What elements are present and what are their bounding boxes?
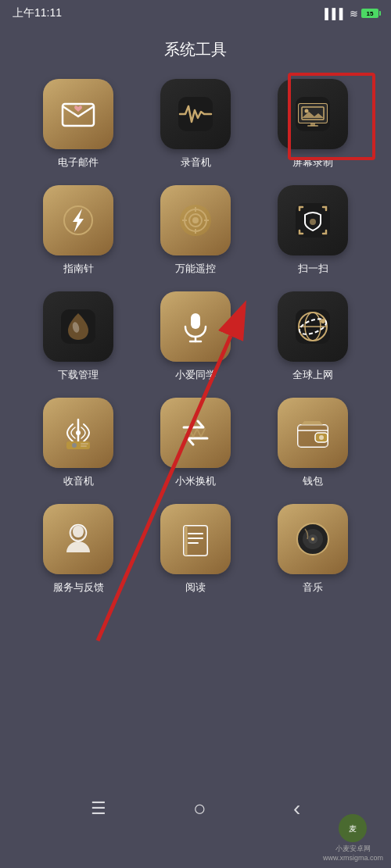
app-icon-music xyxy=(278,504,348,574)
status-icons: ▌▌▌ ≋ 15 xyxy=(325,8,378,20)
app-item-compass[interactable]: 指南针 xyxy=(23,185,133,276)
app-icon-radio xyxy=(43,398,113,468)
app-grid: 电子邮件 录音机 xyxy=(0,79,391,595)
app-icon-remote xyxy=(160,185,231,255)
download-svg-icon xyxy=(59,307,98,346)
app-item-download[interactable]: 下载管理 xyxy=(23,291,133,382)
app-label-remote: 万能遥控 xyxy=(175,262,216,276)
app-label-compass: 指南针 xyxy=(63,262,94,276)
exchange-svg-icon xyxy=(176,413,215,452)
app-item-service[interactable]: 服务与反馈 xyxy=(23,504,133,595)
app-label-service: 服务与反馈 xyxy=(53,580,104,595)
app-label-scan: 扫一扫 xyxy=(298,262,328,276)
nav-menu-icon[interactable]: ☰ xyxy=(91,798,106,819)
app-label-global: 全球上网 xyxy=(292,368,333,382)
app-item-scan[interactable]: 扫一扫 xyxy=(258,185,368,276)
scan-svg-icon xyxy=(293,201,332,240)
watermark-url: www.xmsigma.com xyxy=(323,854,383,862)
svg-point-20 xyxy=(310,219,316,225)
watermark-logo: 麦 xyxy=(337,813,368,844)
app-icon-email xyxy=(43,79,113,149)
app-icon-read xyxy=(160,504,231,574)
app-label-download: 下载管理 xyxy=(58,368,99,382)
page-title: 系统工具 xyxy=(0,39,391,60)
svg-point-14 xyxy=(192,217,199,223)
watermark: 麦 小麦安卓网 www.xmsigma.com xyxy=(323,813,383,862)
svg-point-33 xyxy=(76,430,81,435)
svg-point-41 xyxy=(319,435,324,440)
app-label-screen: 屏幕录制 xyxy=(292,155,333,170)
email-svg-icon xyxy=(59,95,98,134)
svg-point-35 xyxy=(72,443,77,448)
radio-svg-icon xyxy=(59,413,98,452)
app-item-recorder[interactable]: 录音机 xyxy=(141,79,250,170)
app-label-radio: 收音机 xyxy=(63,474,94,488)
app-label-exchange: 小米换机 xyxy=(175,474,216,488)
nav-back-icon[interactable]: ‹ xyxy=(293,796,300,821)
music-svg-icon xyxy=(293,520,332,559)
time: 上午11:11 xyxy=(13,6,62,20)
app-icon-exchange xyxy=(160,398,231,468)
app-item-radio[interactable]: 收音机 xyxy=(23,398,133,488)
svg-rect-34 xyxy=(66,441,90,449)
app-item-exchange[interactable]: 小米换机 xyxy=(141,398,250,488)
app-item-xiaoai[interactable]: 小爱同学 xyxy=(141,291,250,382)
app-icon-xiaoai xyxy=(160,291,231,362)
app-label-wallet: 钱包 xyxy=(303,474,323,488)
app-item-wallet[interactable]: 钱包 xyxy=(258,398,368,488)
wifi-icon: ≋ xyxy=(350,8,358,20)
app-item-remote[interactable]: 万能遥控 xyxy=(141,185,250,276)
app-label-music: 音乐 xyxy=(303,580,323,595)
screen-svg-icon xyxy=(293,95,332,134)
app-label-recorder: 录音机 xyxy=(181,155,211,170)
watermark-sitename: 小麦安卓网 xyxy=(335,844,371,854)
app-item-music[interactable]: 音乐 xyxy=(258,504,368,595)
app-icon-global xyxy=(278,291,348,362)
read-svg-icon xyxy=(176,520,215,559)
app-item-global[interactable]: 全球上网 xyxy=(258,291,368,382)
app-icon-recorder xyxy=(160,79,231,149)
app-icon-service xyxy=(43,504,113,574)
app-item-read[interactable]: 阅读 xyxy=(141,504,250,595)
app-label-email: 电子邮件 xyxy=(58,155,99,170)
svg-rect-37 xyxy=(81,445,87,447)
status-bar: 上午11:11 ▌▌▌ ≋ 15 xyxy=(0,0,391,23)
svg-rect-8 xyxy=(307,125,318,127)
app-label-read: 阅读 xyxy=(185,580,206,595)
compass-svg-icon xyxy=(59,201,98,240)
app-label-xiaoai: 小爱同学 xyxy=(175,368,216,382)
global-svg-icon xyxy=(293,307,332,346)
svg-point-53 xyxy=(311,538,314,541)
app-icon-wallet xyxy=(278,398,348,468)
svg-point-31 xyxy=(321,319,325,323)
nav-home-icon[interactable]: ○ xyxy=(193,796,206,821)
app-icon-download xyxy=(43,291,113,362)
app-item-email[interactable]: 电子邮件 xyxy=(23,79,133,170)
svg-text:麦: 麦 xyxy=(349,824,357,833)
svg-rect-23 xyxy=(191,313,200,329)
service-svg-icon xyxy=(59,520,98,559)
app-icon-compass xyxy=(43,185,113,255)
svg-rect-36 xyxy=(81,443,88,445)
svg-point-6 xyxy=(305,109,309,113)
app-icon-screen xyxy=(278,79,348,149)
wallet-svg-icon xyxy=(293,413,332,452)
app-icon-scan xyxy=(278,185,348,255)
signal-icon: ▌▌▌ xyxy=(325,8,346,20)
remote-svg-icon xyxy=(176,201,215,240)
recorder-svg-icon xyxy=(176,95,215,134)
app-item-screen[interactable]: 屏幕录制 xyxy=(258,79,368,170)
xiaoai-svg-icon xyxy=(176,307,215,346)
battery-icon: 15 xyxy=(361,9,378,18)
